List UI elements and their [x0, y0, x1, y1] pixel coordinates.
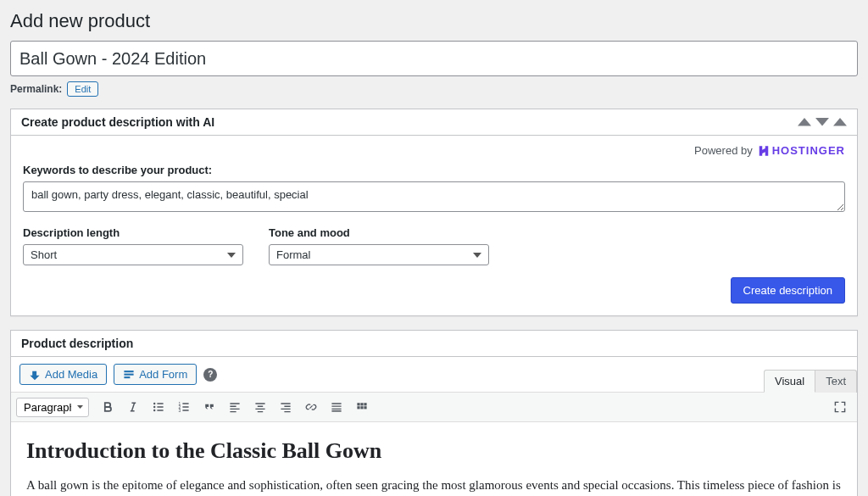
bold-icon[interactable]: [96, 396, 120, 418]
description-panel-header: Product description: [11, 331, 857, 357]
italic-icon[interactable]: [121, 396, 145, 418]
content-paragraph: A ball gown is the epitome of elegance a…: [26, 474, 842, 497]
svg-point-5: [153, 410, 155, 411]
move-down-icon[interactable]: [815, 115, 829, 129]
align-right-icon[interactable]: [274, 396, 298, 418]
svg-point-3: [153, 403, 155, 404]
form-icon: [123, 369, 135, 381]
svg-point-4: [153, 406, 155, 408]
svg-rect-2: [125, 376, 131, 378]
format-toolbar: Paragraph 123: [11, 393, 857, 422]
content-heading: Introduction to the Classic Ball Gown: [26, 437, 842, 465]
description-panel-title: Product description: [21, 337, 133, 350]
permalink-label: Permalink:: [10, 83, 62, 95]
fullscreen-icon[interactable]: [828, 396, 852, 418]
blockquote-icon[interactable]: [198, 396, 221, 418]
keywords-label: Keywords to describe your product:: [23, 164, 845, 176]
link-icon[interactable]: [299, 396, 323, 418]
svg-rect-10: [357, 403, 359, 405]
media-icon: [29, 369, 41, 381]
add-form-button[interactable]: Add Form: [114, 364, 197, 385]
numbered-list-icon[interactable]: 123: [172, 396, 196, 418]
editor-body[interactable]: Introduction to the Classic Ball Gown A …: [11, 422, 857, 496]
move-up-icon[interactable]: [798, 115, 811, 129]
svg-text:3: 3: [179, 409, 181, 413]
svg-rect-0: [125, 371, 134, 372]
keywords-input[interactable]: ball gown, party dress, elegant, classic…: [23, 181, 845, 212]
tone-label: Tone and mood: [269, 226, 489, 239]
insert-more-icon[interactable]: [325, 396, 348, 418]
tone-mood-select[interactable]: Formal: [269, 244, 489, 265]
svg-rect-11: [360, 403, 363, 405]
tab-text[interactable]: Text: [815, 370, 857, 393]
create-description-button[interactable]: Create description: [731, 277, 846, 304]
tab-visual[interactable]: Visual: [764, 370, 815, 393]
svg-rect-9: [331, 410, 341, 412]
toolbar-toggle-icon[interactable]: [350, 396, 374, 418]
svg-rect-13: [357, 406, 359, 409]
align-left-icon[interactable]: [223, 396, 247, 418]
hostinger-icon: [758, 145, 770, 157]
bullet-list-icon[interactable]: [147, 396, 170, 418]
svg-rect-15: [364, 406, 366, 409]
length-label: Description length: [23, 226, 243, 239]
collapse-icon[interactable]: [833, 115, 847, 129]
ai-description-panel: Create product description with AI Power…: [10, 109, 858, 316]
hostinger-brand: HOSTINGER: [758, 144, 845, 157]
paragraph-select[interactable]: Paragraph: [16, 398, 89, 417]
description-length-select[interactable]: Short: [23, 244, 243, 265]
ai-panel-header: Create product description with AI: [11, 109, 857, 136]
ai-panel-title: Create product description with AI: [21, 115, 214, 129]
permalink-edit-button[interactable]: Edit: [67, 81, 98, 97]
product-description-panel: Product description Add Media Add Form ?…: [10, 330, 858, 496]
align-center-icon[interactable]: [248, 396, 272, 418]
svg-rect-14: [360, 406, 363, 409]
powered-by-label: Powered by: [694, 144, 753, 157]
svg-rect-12: [364, 403, 366, 405]
page-title: Add new product: [10, 10, 858, 32]
add-media-button[interactable]: Add Media: [19, 364, 107, 385]
help-icon[interactable]: ?: [203, 368, 217, 382]
product-name-input[interactable]: [10, 41, 858, 76]
svg-rect-1: [125, 373, 134, 375]
